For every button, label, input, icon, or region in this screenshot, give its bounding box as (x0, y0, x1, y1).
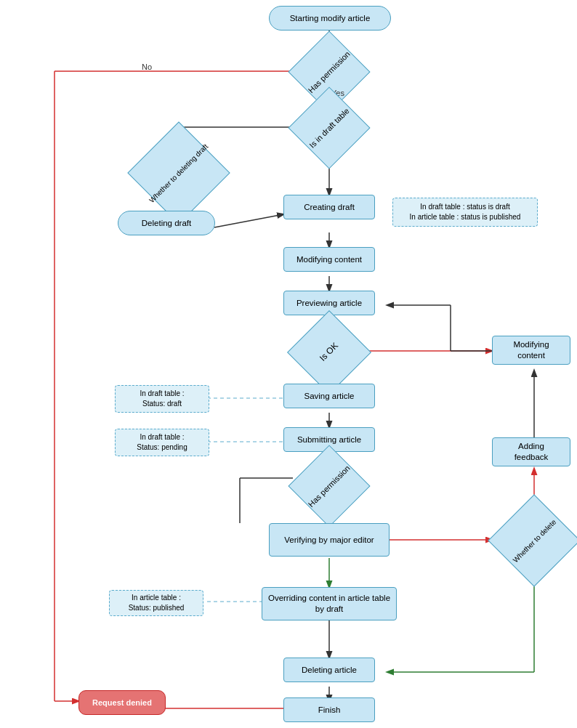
is-ok-node: Is OK (291, 334, 368, 371)
deleting-draft-node: Deleting draft (118, 211, 215, 235)
creating-draft-label: Creating draft (304, 202, 355, 213)
deleting-article-node: Deleting article (283, 658, 375, 682)
note4-box: In article table : Status: published (109, 590, 203, 616)
adding-feedback-node: Adding feedback (492, 437, 570, 466)
modifying-content-1-label: Modifying content (296, 254, 362, 265)
modifying-content-2-node: Modifying content (492, 336, 570, 365)
flowchart: Starting modify article Has permission N… (0, 0, 577, 728)
modifying-content-2-label: Modifying content (503, 339, 560, 361)
deleting-draft-label: Deleting draft (142, 218, 191, 229)
denied-label: Request denied (92, 697, 152, 708)
note1-box: In draft table : status is draft In arti… (392, 198, 538, 227)
verifying-node: Verifying by major editor (269, 523, 390, 557)
whether-delete-node: Whether to delete (492, 522, 576, 559)
saving-label: Saving article (304, 391, 354, 402)
finish-label: Finish (318, 705, 341, 716)
note2-label: In draft table : Status: draft (140, 389, 184, 409)
denied-node: Request denied (78, 690, 166, 715)
overriding-label: Overriding content in article table by d… (268, 593, 390, 615)
note1-label: In draft table : status is draft In arti… (410, 202, 521, 222)
modifying-content-1-node: Modifying content (283, 247, 375, 272)
verifying-label: Verifying by major editor (284, 535, 374, 546)
has-permission-2-node: Has permission (291, 471, 368, 501)
previewing-label: Previewing article (296, 298, 362, 309)
overriding-node: Overriding content in article table by d… (262, 587, 397, 620)
start-label: Starting modify article (290, 13, 371, 24)
whether-deleting-node: Whether to deleting draft (118, 158, 240, 187)
note2-box: In draft table : Status: draft (115, 385, 209, 413)
has-permission-1-node: Has permission (291, 57, 368, 87)
is-in-draft-node: Is in draft table (291, 113, 368, 143)
note3-label: In draft table : Status: pending (137, 432, 187, 453)
note3-box: In draft table : Status: pending (115, 429, 209, 456)
creating-draft-node: Creating draft (283, 195, 375, 219)
saving-node: Saving article (283, 384, 375, 408)
submitting-label: Submitting article (297, 434, 361, 445)
note4-label: In article table : Status: published (129, 593, 185, 613)
finish-node: Finish (283, 697, 375, 722)
adding-feedback-label: Adding feedback (503, 441, 560, 463)
start-node: Starting modify article (269, 6, 391, 31)
deleting-article-label: Deleting article (302, 665, 357, 676)
svg-line-9 (214, 214, 283, 227)
no-label: No (142, 62, 152, 71)
